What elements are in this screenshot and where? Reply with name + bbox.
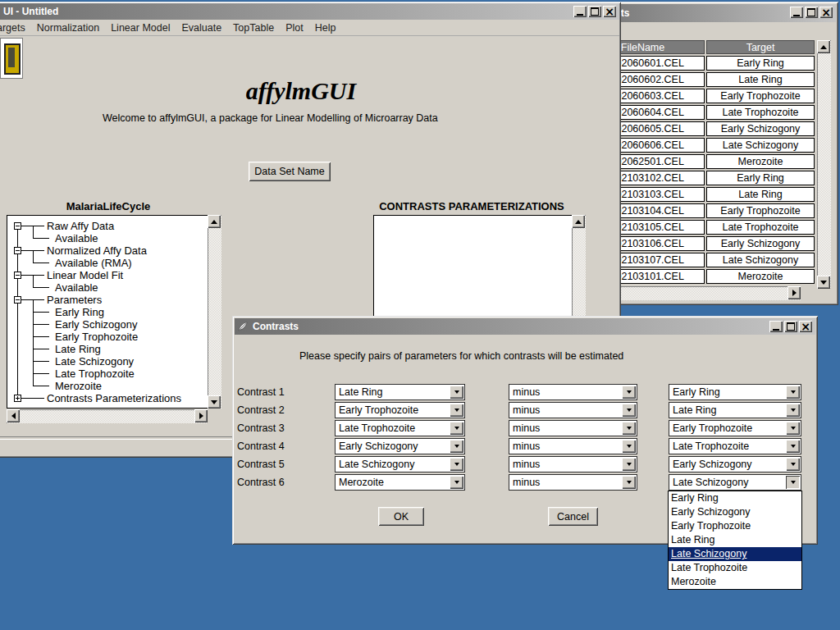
tree-item-early-schizogony[interactable]: Early Schizogony: [55, 318, 137, 331]
contrast-3-operator-select[interactable]: minus: [509, 420, 637, 436]
tree-item-available-rma[interactable]: Available (RMA): [55, 257, 132, 269]
chevron-down-icon[interactable]: [622, 440, 636, 453]
contrast-1-operator-select[interactable]: minus: [509, 384, 637, 400]
menu-item-help[interactable]: Help: [309, 20, 342, 36]
tree-item-merozoite[interactable]: Merozoite: [55, 380, 102, 392]
tree-item-available[interactable]: Available: [55, 281, 98, 294]
chevron-down-icon[interactable]: [450, 458, 463, 471]
chevron-down-icon[interactable]: [786, 422, 800, 435]
chevron-down-icon[interactable]: [450, 404, 463, 417]
dropdown-option-late-ring[interactable]: Late Ring: [669, 533, 801, 547]
contrast-5-operator-select[interactable]: minus: [509, 456, 637, 472]
targets-vscrollbar[interactable]: [817, 40, 831, 289]
combo-value: minus: [513, 422, 540, 434]
dropdown-option-late-trophozoite[interactable]: Late Trophozoite: [669, 561, 801, 575]
contrast-6-operator-select[interactable]: minus: [509, 474, 637, 491]
contrast-1-right-select[interactable]: Early Ring: [669, 384, 801, 400]
contrast-4-right-select[interactable]: Late Trophozoite: [669, 438, 801, 454]
menu-item-argets[interactable]: argets: [0, 20, 31, 36]
toolbar-icon[interactable]: [0, 38, 23, 79]
dropdown-option-early-ring[interactable]: Early Ring: [669, 491, 801, 505]
chevron-down-icon[interactable]: [786, 458, 800, 471]
minimize-icon[interactable]: [573, 6, 587, 17]
tree-item-late-schizogony[interactable]: Late Schizogony: [55, 355, 134, 368]
minus-box-icon[interactable]: [14, 272, 21, 279]
scroll-down-icon[interactable]: [817, 276, 830, 289]
chevron-down-icon[interactable]: [622, 422, 636, 435]
contrast-2-left-select[interactable]: Early Trophozoite: [335, 402, 465, 418]
chevron-down-icon[interactable]: [622, 458, 636, 471]
tree-item-late-trophozoite[interactable]: Late Trophozoite: [55, 368, 135, 380]
chevron-down-icon[interactable]: [622, 476, 636, 489]
contrast-4-operator-select[interactable]: minus: [509, 438, 637, 454]
scroll-up-icon[interactable]: [817, 40, 830, 53]
dropdown-option-late-schizogony[interactable]: Late Schizogony: [669, 547, 801, 561]
contrast-2-right-select[interactable]: Late Ring: [669, 402, 801, 418]
combo-value: Early Trophozoite: [339, 404, 418, 416]
dropdown-option-early-schizogony[interactable]: Early Schizogony: [669, 505, 801, 519]
plus-box-icon[interactable]: [14, 395, 21, 402]
maximize-icon[interactable]: [588, 6, 601, 17]
tree-item-early-trophozoite[interactable]: Early Trophozoite: [55, 331, 138, 343]
minus-box-icon[interactable]: [14, 222, 21, 230]
tree-item-available[interactable]: Available: [55, 232, 98, 244]
contrast-3-right-select[interactable]: Early Trophozoite: [669, 420, 801, 436]
scroll-down-icon[interactable]: [208, 395, 221, 409]
contrast-5-left-select[interactable]: Late Schizogony: [335, 456, 465, 472]
tree-hscrollbar[interactable]: [7, 409, 208, 423]
tree-item-early-ring[interactable]: Early Ring: [55, 306, 104, 318]
chevron-down-icon[interactable]: [786, 404, 800, 417]
column-header-target[interactable]: Target: [706, 40, 815, 54]
maximize-icon[interactable]: [805, 7, 818, 18]
scroll-up-icon[interactable]: [208, 215, 221, 228]
menu-item-evaluate[interactable]: Evaluate: [176, 20, 227, 36]
contrast-5-right-select[interactable]: Early Schizogony: [669, 456, 801, 472]
menu-item-linear-model[interactable]: Linear Model: [105, 20, 176, 36]
chevron-down-icon[interactable]: [450, 476, 463, 489]
dataset-name-button[interactable]: Data Set Name: [249, 162, 331, 181]
chevron-down-icon[interactable]: [450, 440, 463, 453]
tree-item-contrasts-parameterizations[interactable]: Contrasts Parameterizations: [47, 392, 181, 404]
contrast-6-right-select[interactable]: Late Schizogony: [669, 474, 801, 491]
tree-item-normalized-affy-data[interactable]: Normalized Affy Data: [47, 244, 147, 257]
contrast-6-left-select[interactable]: Merozoite: [335, 474, 465, 491]
chevron-down-icon[interactable]: [450, 422, 463, 435]
maximize-icon[interactable]: [784, 321, 797, 332]
minimize-icon[interactable]: [769, 321, 783, 332]
dialog-titlebar[interactable]: Contrasts ×: [235, 318, 815, 335]
tree-item-raw-affy-data[interactable]: Raw Affy Data: [47, 220, 114, 232]
main-titlebar[interactable]: UI - Untitled ×: [0, 3, 619, 20]
minus-box-icon[interactable]: [14, 296, 21, 304]
menu-item-plot[interactable]: Plot: [280, 20, 309, 36]
scroll-right-icon[interactable]: [788, 286, 801, 299]
close-icon[interactable]: ×: [819, 7, 833, 18]
scroll-right-icon[interactable]: [194, 409, 208, 422]
chevron-down-icon[interactable]: [622, 404, 636, 417]
ok-button[interactable]: OK: [378, 507, 424, 526]
contrast-4-left-select[interactable]: Early Schizogony: [335, 438, 465, 454]
tree-item-linear-model-fit[interactable]: Linear Model Fit: [47, 269, 123, 281]
dropdown-option-early-trophozoite[interactable]: Early Trophozoite: [669, 519, 801, 533]
combo-value: minus: [513, 404, 540, 416]
menu-item-normalization[interactable]: Normalization: [31, 20, 105, 36]
contrast-2-operator-select[interactable]: minus: [509, 402, 637, 418]
chevron-down-icon[interactable]: [786, 386, 800, 399]
menu-item-toptable[interactable]: TopTable: [227, 20, 280, 36]
contrast-1-left-select[interactable]: Late Ring: [335, 384, 465, 400]
contrast-3-left-select[interactable]: Late Trophozoite: [335, 420, 465, 436]
minus-box-icon[interactable]: [14, 247, 21, 254]
chevron-down-icon[interactable]: [450, 386, 463, 399]
scroll-up-icon[interactable]: [572, 215, 585, 228]
minimize-icon[interactable]: [790, 7, 803, 18]
chevron-down-icon[interactable]: [622, 386, 636, 399]
chevron-down-icon[interactable]: [786, 440, 800, 453]
chevron-down-icon[interactable]: [786, 476, 800, 489]
scroll-left-icon[interactable]: [7, 409, 20, 422]
dropdown-option-merozoite[interactable]: Merozoite: [669, 575, 801, 589]
close-icon[interactable]: ×: [603, 6, 616, 17]
tree-item-parameters[interactable]: Parameters: [47, 294, 102, 306]
tree-vscrollbar[interactable]: [208, 215, 221, 409]
cancel-button[interactable]: Cancel: [548, 507, 598, 526]
close-icon[interactable]: ×: [799, 321, 812, 332]
tree-item-late-ring[interactable]: Late Ring: [55, 343, 101, 355]
